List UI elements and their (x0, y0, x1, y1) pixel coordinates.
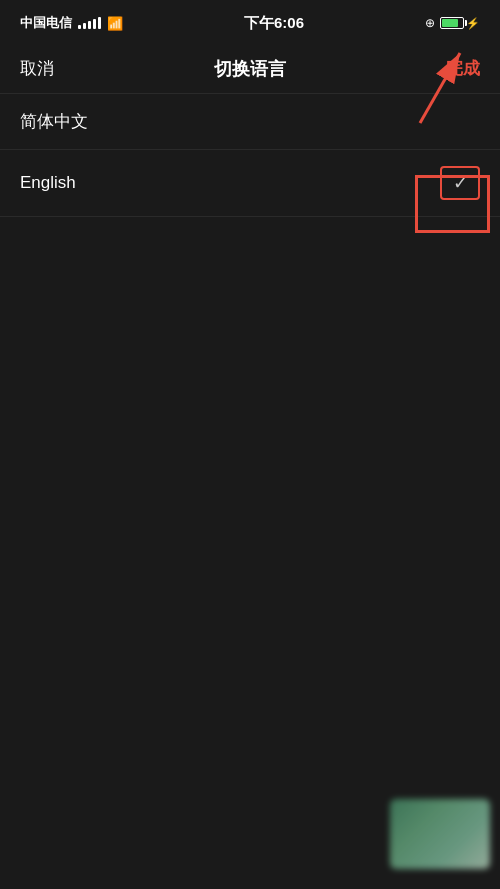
status-right: ⊕ ⚡ (425, 16, 480, 30)
status-left: 中国电信 📶 (20, 14, 123, 32)
screenlock-icon: ⊕ (425, 16, 435, 30)
language-list: 简体中文 English ✓ (0, 94, 500, 217)
battery-icon (440, 17, 464, 29)
checkmark-icon: ✓ (453, 172, 468, 194)
language-label-zh: 简体中文 (20, 110, 88, 133)
battery-indicator: ⚡ (440, 17, 480, 30)
cancel-button[interactable]: 取消 (20, 57, 54, 80)
charge-icon: ⚡ (466, 17, 480, 30)
language-item-en[interactable]: English ✓ (0, 150, 500, 217)
battery-fill (442, 19, 458, 27)
language-item-zh[interactable]: 简体中文 (0, 94, 500, 150)
signal-icon (78, 17, 101, 29)
thumbnail-preview (390, 799, 490, 869)
language-label-en: English (20, 173, 76, 193)
status-time: 下午6:06 (244, 14, 304, 33)
status-bar: 中国电信 📶 下午6:06 ⊕ ⚡ (0, 0, 500, 44)
wifi-icon: 📶 (107, 16, 123, 31)
done-button[interactable]: 完成 (446, 57, 480, 80)
page-title: 切换语言 (214, 57, 286, 81)
check-box-en: ✓ (440, 166, 480, 200)
carrier-text: 中国电信 (20, 14, 72, 32)
nav-bar: 取消 切换语言 完成 (0, 44, 500, 94)
